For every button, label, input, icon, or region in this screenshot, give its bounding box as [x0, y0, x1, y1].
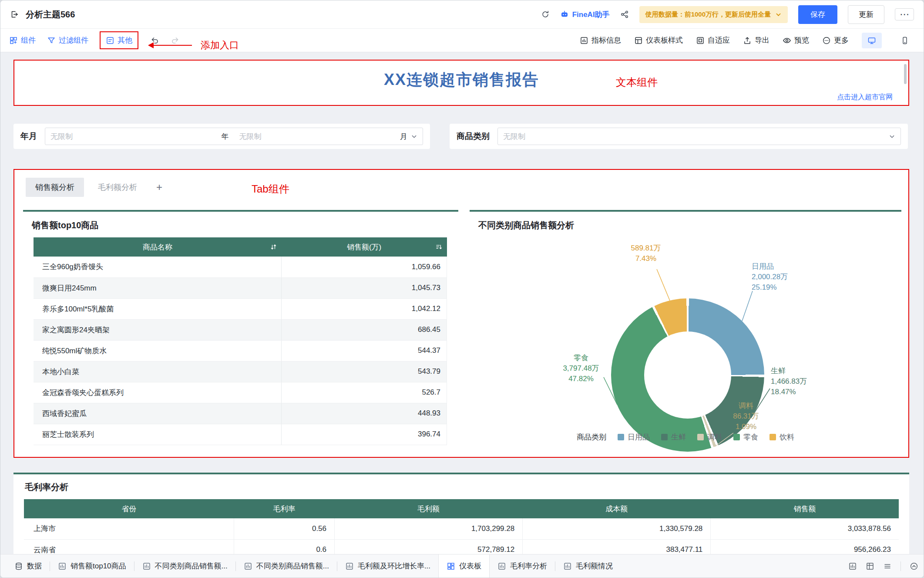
collapse-panel-icon[interactable] — [910, 562, 918, 571]
sort-desc-icon[interactable] — [435, 243, 443, 251]
table-row[interactable]: 云南省 0.6 572,789.12 383,477.11 956,266.23 — [24, 539, 899, 555]
year-unit-label: 年 — [222, 132, 229, 142]
adaptive-button[interactable]: 自适应 — [696, 35, 730, 45]
slice-percent: 47.82% — [555, 374, 607, 384]
add-chart-icon[interactable] — [848, 562, 857, 571]
grid-view-icon[interactable] — [866, 562, 874, 571]
legend-swatch — [661, 434, 668, 440]
list-view-icon[interactable] — [883, 562, 892, 571]
save-button[interactable]: 保存 — [798, 5, 837, 24]
export-label: 导出 — [755, 35, 769, 45]
legend-item-零食[interactable]: 零食 — [733, 432, 758, 442]
category-filter-field[interactable]: 无限制 — [498, 128, 900, 145]
more-menu-button[interactable]: 更多 — [822, 35, 849, 45]
database-icon — [14, 562, 23, 571]
column-header-sales-value[interactable]: 销售额(万) — [282, 237, 447, 257]
fineai-assistant-button[interactable]: FineAI助手 — [560, 10, 610, 20]
province-cell: 云南省 — [24, 539, 234, 555]
bottom-tab-category-sales-2[interactable]: 不同类别商品销售额... — [236, 554, 337, 578]
desktop-view-button[interactable] — [862, 33, 882, 48]
table-row[interactable]: 金冠森香颂夹心蛋糕系列526.7 — [34, 382, 447, 403]
bottom-tab-profit-growth[interactable]: 毛利额及环比增长率... — [337, 554, 438, 578]
scrollbar-thumb[interactable] — [904, 64, 907, 84]
profit-analysis-component[interactable]: 毛利率分析 省份 毛利率 毛利额 成本额 销售额 上海市 0.56 — [13, 473, 909, 555]
add-other-button[interactable]: 其他 — [106, 35, 132, 45]
annotation-text-component: 文本组件 — [616, 75, 658, 89]
table-row[interactable]: 上海市 0.56 1,703,299.28 1,330,579.28 3,033… — [24, 518, 899, 539]
column-header-province[interactable]: 省份 — [24, 499, 234, 518]
add-tab-button[interactable]: + — [151, 181, 168, 193]
table-row[interactable]: 三全960g奶香馒头1,059.66 — [34, 257, 447, 277]
tab-sales-analysis[interactable]: 销售额分析 — [26, 178, 84, 197]
column-header-profit[interactable]: 毛利额 — [335, 499, 523, 518]
province-cell: 上海市 — [24, 518, 234, 539]
workflow-icon[interactable] — [620, 10, 629, 19]
column-header-sales[interactable]: 销售额 — [711, 499, 899, 518]
dashboard-canvas: XX连锁超市销售报告 文本组件 点击进入超市官网 年月 无限制 年 无限制 月 — [0, 53, 924, 555]
legend-item-生鲜[interactable]: 生鲜 — [661, 432, 686, 442]
export-button[interactable]: 导出 — [743, 35, 769, 45]
top10-table: 商品名称 销售额(万) — [34, 237, 447, 445]
table-row[interactable]: 微爽日用245mm1,045.73 — [34, 277, 447, 298]
refresh-icon[interactable] — [541, 10, 550, 19]
dashboard-style-button[interactable]: 仪表板样式 — [634, 35, 683, 45]
data-usage-text: 使用数据量：前1000万行，更新后使用全量 — [645, 10, 771, 19]
official-site-link[interactable]: 点击进入超市官网 — [837, 93, 893, 102]
data-usage-banner[interactable]: 使用数据量：前1000万行，更新后使用全量 — [639, 6, 788, 23]
product-name-cell: 西域香妃蜜瓜 — [34, 403, 282, 424]
legend-item-调料[interactable]: 调料 — [697, 432, 722, 442]
legend-item-日用品[interactable]: 日用品 — [618, 432, 650, 442]
bottom-tab-profit-status[interactable]: 毛利额情况 — [555, 554, 621, 578]
monitor-icon — [867, 36, 876, 45]
product-name-cell: 三全960g奶香馒头 — [34, 257, 282, 277]
bottom-tab-label: 毛利率分析 — [510, 561, 547, 571]
update-button[interactable]: 更新 — [848, 5, 884, 24]
table-row[interactable]: 家之寓圆形24夹晒架686.45 — [34, 319, 447, 340]
mobile-view-button[interactable] — [895, 33, 915, 48]
add-component-button[interactable]: 组件 — [9, 35, 36, 45]
legend-label: 零食 — [743, 432, 758, 442]
bottom-tab-top10[interactable]: 销售额top10商品 — [50, 554, 134, 578]
tab-profit-analysis[interactable]: 毛利额分析 — [88, 178, 147, 197]
table-row[interactable]: 养乐多100ml*5乳酸菌1,042.12 — [34, 298, 447, 319]
table-row[interactable]: 纯悦550ml矿物质水544.37 — [34, 340, 447, 361]
redo-icon[interactable] — [171, 36, 179, 45]
category-filter: 商品类别 无限制 — [450, 124, 908, 149]
year-filter-field[interactable]: 无限制 年 — [45, 128, 234, 145]
more-options-icon[interactable]: ⋯ — [895, 8, 914, 20]
chevron-down-icon — [411, 133, 417, 140]
sales-value-cell: 526.7 — [282, 382, 447, 403]
phone-icon — [900, 36, 909, 45]
metric-info-button[interactable]: 指标信息 — [580, 35, 621, 45]
slice-percent: 1.09% — [718, 422, 774, 432]
column-header-product-name[interactable]: 商品名称 — [34, 237, 282, 257]
sort-toggle-icon[interactable] — [270, 243, 277, 251]
product-name-cell: 丽芝士散装系列 — [34, 424, 282, 445]
sales-cell: 956,266.23 — [711, 539, 899, 555]
table-row[interactable]: 丽芝士散装系列396.74 — [34, 424, 447, 445]
category-filter-control[interactable]: 无限制 — [497, 128, 901, 145]
year-month-filter: 年月 无限制 年 无限制 月 — [13, 124, 430, 149]
text-component[interactable]: XX连锁超市销售报告 文本组件 点击进入超市官网 — [13, 60, 909, 106]
legend-item-饮料[interactable]: 饮料 — [769, 432, 794, 442]
tab-bar: 销售额分析 毛利额分析 + — [14, 170, 908, 197]
table-row[interactable]: 本地小白菜543.79 — [34, 361, 447, 382]
column-header-margin[interactable]: 毛利率 — [234, 499, 334, 518]
bottom-tab-label: 毛利额及环比增长率... — [358, 561, 430, 571]
category-filter-value: 无限制 — [503, 132, 885, 142]
month-filter-field[interactable]: 无限制 月 — [234, 128, 423, 145]
edit-toolbar: 组件 过滤组件 其他 添加入口 — [0, 29, 924, 52]
donut-chart[interactable]: 日用品 2,000.28万 25.19% 生鲜 1,466.83万 18.47%… — [470, 237, 901, 452]
adaptive-icon — [696, 36, 705, 45]
column-header-cost[interactable]: 成本额 — [523, 499, 711, 518]
add-filter-component-button[interactable]: 过滤组件 — [47, 35, 88, 45]
bottom-tab-category-sales-1[interactable]: 不同类别商品销售额... — [134, 554, 235, 578]
sales-value-cell: 396.74 — [282, 424, 447, 445]
exit-icon[interactable] — [10, 10, 19, 19]
preview-button[interactable]: 预览 — [783, 35, 809, 45]
bottom-tab-dashboard[interactable]: 仪表板 — [438, 554, 490, 578]
year-month-filter-control[interactable]: 无限制 年 无限制 月 — [45, 128, 423, 145]
table-row[interactable]: 西域香妃蜜瓜448.93 — [34, 403, 447, 424]
data-panel-button[interactable]: 数据 — [7, 554, 50, 578]
bottom-tab-margin-analysis[interactable]: 毛利率分析 — [490, 554, 555, 578]
